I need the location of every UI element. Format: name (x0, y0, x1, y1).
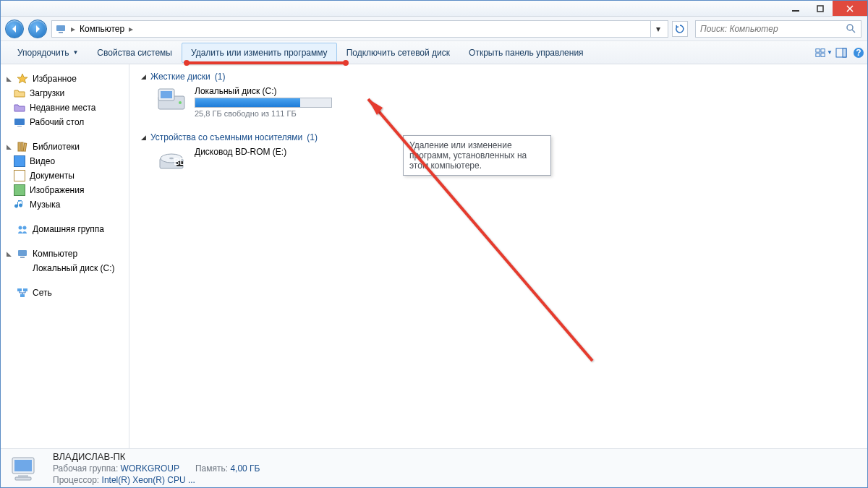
svg-rect-6 (821, 48, 825, 51)
map-network-drive-button[interactable]: Подключить сетевой диск (337, 43, 459, 63)
system-properties-button[interactable]: Свойства системы (88, 43, 182, 63)
computer-name: ВЛАДИСЛАВ-ПК (53, 451, 260, 462)
sidebar-libraries[interactable]: ◣Библиотеки (1, 140, 129, 154)
svg-rect-39 (14, 460, 32, 471)
svg-rect-13 (14, 119, 25, 125)
drive-capacity-bar (195, 98, 332, 108)
preview-pane-button[interactable] (833, 43, 850, 63)
svg-text:?: ? (856, 48, 861, 58)
sidebar-network[interactable]: ▸Сеть (1, 286, 129, 300)
sidebar-item-video[interactable]: Видео (1, 154, 129, 168)
sidebar-homegroup[interactable]: ▸Домашняя группа (1, 222, 129, 236)
svg-point-4 (847, 25, 853, 30)
minimize-button[interactable] (783, 1, 808, 16)
view-options-button[interactable]: ▼ (815, 43, 833, 63)
search-box[interactable] (695, 20, 861, 38)
svg-rect-8 (821, 53, 825, 56)
titlebar (1, 1, 867, 17)
computer-icon (55, 23, 67, 35)
svg-point-30 (179, 101, 182, 104)
sidebar-item-documents[interactable]: Документы (1, 168, 129, 183)
details-pane: ВЛАДИСЛАВ-ПК Рабочая группа: WORKGROUP П… (1, 448, 867, 487)
svg-rect-25 (23, 288, 27, 291)
navigation-pane: ◣Избранное Загрузки Недавние места Рабоч… (1, 64, 129, 448)
svg-rect-14 (17, 126, 22, 127)
bdrom-icon: BD (156, 147, 187, 176)
group-hard-disks[interactable]: ◢Жесткие диски (1) (141, 72, 856, 82)
drive-local-c[interactable]: Локальный диск (C:) 25,8 ГБ свободно из … (141, 86, 856, 118)
svg-rect-21 (20, 257, 25, 258)
star-icon (17, 73, 28, 85)
pictures-icon (14, 184, 25, 196)
svg-rect-26 (20, 294, 25, 297)
svg-rect-15 (18, 142, 20, 151)
svg-rect-29 (161, 91, 172, 98)
drive-icon (14, 262, 28, 274)
tooltip: Удаление или изменение программ, установ… (403, 135, 551, 176)
sidebar-item-pictures[interactable]: Изображения (1, 183, 129, 197)
svg-rect-2 (56, 25, 65, 31)
forward-button[interactable] (28, 20, 47, 38)
svg-rect-17 (23, 143, 27, 151)
sidebar-item-local-disk[interactable]: Локальный диск (C:) (1, 261, 129, 275)
svg-point-18 (19, 226, 22, 230)
music-icon (14, 199, 25, 210)
back-button[interactable] (5, 20, 24, 38)
svg-rect-24 (17, 288, 22, 291)
svg-rect-7 (816, 53, 820, 56)
breadcrumb-sep: ▸ (71, 24, 75, 34)
svg-text:BD: BD (174, 157, 186, 167)
svg-rect-5 (816, 48, 820, 51)
hdd-icon (156, 86, 187, 115)
svg-rect-10 (843, 48, 846, 57)
sidebar-item-desktop[interactable]: Рабочий стол (1, 115, 129, 129)
drive-name: Локальный диск (C:) (195, 86, 332, 96)
uninstall-program-button[interactable]: Удалить или изменить программу (182, 43, 337, 63)
sidebar-item-downloads[interactable]: Загрузки (1, 86, 129, 100)
breadcrumb-item[interactable]: Компьютер (80, 24, 124, 34)
drive-name: Дисковод BD-ROM (E:) (195, 147, 332, 157)
libraries-icon (17, 141, 28, 153)
drive-free-space: 25,8 ГБ свободно из 111 ГБ (195, 109, 332, 118)
homegroup-icon (17, 223, 28, 235)
command-bar: Упорядочить▼ Свойства системы Удалить ил… (1, 41, 867, 64)
svg-rect-1 (817, 6, 823, 12)
sidebar-favorites[interactable]: ◣Избранное (1, 72, 129, 86)
svg-point-19 (23, 226, 27, 230)
computer-large-icon (8, 453, 43, 484)
address-dropdown[interactable]: ▾ (650, 21, 665, 37)
recent-icon (14, 102, 25, 114)
close-button[interactable] (833, 1, 867, 16)
sidebar-computer[interactable]: ◣Компьютер (1, 247, 129, 261)
svg-rect-16 (21, 142, 23, 151)
svg-point-33 (169, 158, 174, 160)
organize-button[interactable]: Упорядочить▼ (8, 43, 88, 63)
explorer-window: ▸ Компьютер ▸ ▾ Упорядочить▼ Свойства си… (0, 0, 868, 488)
content-pane: ◢Жесткие диски (1) Локальный диск (C:) 2… (129, 64, 867, 448)
sidebar-item-music[interactable]: Музыка (1, 197, 129, 212)
search-icon (846, 23, 856, 35)
address-bar: ▸ Компьютер ▸ ▾ (1, 17, 867, 41)
svg-rect-41 (15, 477, 31, 480)
folder-icon (14, 87, 25, 99)
svg-rect-3 (59, 32, 63, 33)
computer-icon (17, 248, 28, 260)
breadcrumb-sep: ▸ (129, 24, 133, 34)
svg-rect-0 (792, 10, 799, 12)
svg-rect-20 (18, 250, 27, 256)
video-icon (14, 155, 25, 167)
open-control-panel-button[interactable]: Открыть панель управления (459, 43, 593, 63)
desktop-icon (14, 116, 25, 128)
maximize-button[interactable] (808, 1, 833, 16)
document-icon (14, 170, 25, 181)
search-input[interactable] (700, 24, 842, 34)
refresh-button[interactable] (672, 21, 688, 37)
annotation-arrow (129, 64, 780, 448)
address-field[interactable]: ▸ Компьютер ▸ ▾ (51, 20, 668, 38)
help-button[interactable]: ? (850, 43, 867, 63)
network-icon (17, 287, 28, 299)
sidebar-item-recent[interactable]: Недавние места (1, 100, 129, 115)
